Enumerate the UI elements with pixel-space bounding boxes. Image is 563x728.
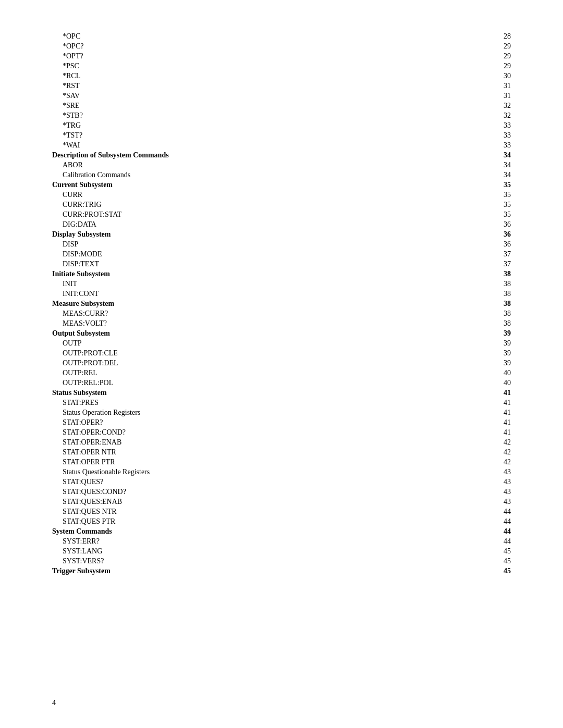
toc-page: 38 bbox=[442, 269, 511, 279]
toc-page: 42 bbox=[442, 457, 511, 467]
toc-row: DISP:MODE37 bbox=[52, 249, 511, 259]
toc-page: 38 bbox=[442, 318, 511, 328]
toc-page: 30 bbox=[442, 71, 511, 81]
toc-page: 29 bbox=[442, 61, 511, 71]
toc-page: 37 bbox=[442, 249, 511, 259]
toc-row: *WAI33 bbox=[52, 140, 511, 150]
toc-label: OUTP:REL bbox=[52, 368, 442, 378]
toc-label: CURR bbox=[52, 190, 442, 200]
toc-label: STAT:OPER:COND? bbox=[52, 427, 442, 437]
toc-row: DISP36 bbox=[52, 239, 511, 249]
toc-row: *SRE32 bbox=[52, 101, 511, 110]
toc-label: STAT:QUES NTR bbox=[52, 507, 442, 516]
toc-page: 38 bbox=[442, 299, 511, 309]
toc-page: 33 bbox=[442, 140, 511, 150]
toc-label: Output Subsystem bbox=[52, 328, 442, 338]
toc-page: 38 bbox=[442, 279, 511, 289]
toc-row: Status Operation Registers41 bbox=[52, 408, 511, 417]
toc-label: System Commands bbox=[52, 526, 442, 536]
toc-row: Calibration Commands34 bbox=[52, 170, 511, 180]
toc-label: DISP:TEXT bbox=[52, 259, 442, 269]
toc-page: 39 bbox=[442, 338, 511, 348]
toc-page: 44 bbox=[442, 507, 511, 516]
toc-page: 36 bbox=[442, 219, 511, 229]
toc-row: STAT:OPER:ENAB42 bbox=[52, 437, 511, 447]
toc-page: 45 bbox=[442, 556, 511, 566]
toc-label: SYST:LANG bbox=[52, 546, 442, 556]
toc-label: SYST:ERR? bbox=[52, 536, 442, 546]
toc-row: *PSC29 bbox=[52, 61, 511, 71]
toc-row: Status Questionable Registers43 bbox=[52, 467, 511, 477]
toc-label: OUTP bbox=[52, 338, 442, 348]
toc-row: OUTP:PROT:CLE39 bbox=[52, 348, 511, 358]
toc-row: *OPC?29 bbox=[52, 41, 511, 51]
toc-row: Trigger Subsystem45 bbox=[52, 566, 511, 576]
toc-row: STAT:OPER:COND?41 bbox=[52, 427, 511, 437]
toc-page: 35 bbox=[442, 200, 511, 209]
toc-row: STAT:OPER NTR42 bbox=[52, 447, 511, 457]
toc-row: Current Subsystem35 bbox=[52, 180, 511, 190]
toc-page: 39 bbox=[442, 358, 511, 368]
page-number: 4 bbox=[52, 699, 56, 707]
toc-page: 34 bbox=[442, 160, 511, 170]
toc-label: CURR:PROT:STAT bbox=[52, 209, 442, 219]
toc-page: 29 bbox=[442, 41, 511, 51]
toc-page: 41 bbox=[442, 408, 511, 417]
toc-label: STAT:OPER PTR bbox=[52, 457, 442, 467]
toc-page: 32 bbox=[442, 101, 511, 110]
toc-page: 45 bbox=[442, 546, 511, 556]
toc-label: *OPC bbox=[52, 31, 442, 41]
toc-label: *WAI bbox=[52, 140, 442, 150]
toc-row: Initiate Subsystem38 bbox=[52, 269, 511, 279]
toc-label: STAT:OPER NTR bbox=[52, 447, 442, 457]
toc-row: STAT:OPER PTR42 bbox=[52, 457, 511, 467]
toc-page: 41 bbox=[442, 388, 511, 398]
toc-row: OUTP:PROT:DEL39 bbox=[52, 358, 511, 368]
toc-page: 44 bbox=[442, 516, 511, 526]
toc-label: *SRE bbox=[52, 101, 442, 110]
toc-page: 41 bbox=[442, 417, 511, 427]
toc-label: SYST:VERS? bbox=[52, 556, 442, 566]
toc-label: DIG:DATA bbox=[52, 219, 442, 229]
toc-row: OUTP39 bbox=[52, 338, 511, 348]
toc-page: 36 bbox=[442, 229, 511, 239]
toc-page: 39 bbox=[442, 348, 511, 358]
toc-label: Trigger Subsystem bbox=[52, 566, 442, 576]
toc-page: 44 bbox=[442, 536, 511, 546]
toc-page: 37 bbox=[442, 259, 511, 269]
toc-page: 40 bbox=[442, 368, 511, 378]
toc-page: 33 bbox=[442, 130, 511, 140]
toc-label: STAT:OPER:ENAB bbox=[52, 437, 442, 447]
toc-label: DISP bbox=[52, 239, 442, 249]
toc-row: SYST:LANG45 bbox=[52, 546, 511, 556]
toc-label: Display Subsystem bbox=[52, 229, 442, 239]
toc-page: 31 bbox=[442, 91, 511, 101]
toc-row: *TRG33 bbox=[52, 120, 511, 130]
toc-label: Description of Subsystem Commands bbox=[52, 150, 442, 160]
toc-page: 43 bbox=[442, 487, 511, 497]
toc-page: 43 bbox=[442, 467, 511, 477]
toc-page: 45 bbox=[442, 566, 511, 576]
toc-row: Measure Subsystem38 bbox=[52, 299, 511, 309]
toc-label: *OPC? bbox=[52, 41, 442, 51]
toc-row: Description of Subsystem Commands34 bbox=[52, 150, 511, 160]
toc-label: *TST? bbox=[52, 130, 442, 140]
toc-label: *RST bbox=[52, 81, 442, 91]
toc-row: Display Subsystem36 bbox=[52, 229, 511, 239]
toc-page: 35 bbox=[442, 209, 511, 219]
toc-row: DIG:DATA36 bbox=[52, 219, 511, 229]
toc-row: *RCL30 bbox=[52, 71, 511, 81]
toc-row: *RST31 bbox=[52, 81, 511, 91]
toc-page: 35 bbox=[442, 180, 511, 190]
toc-row: INIT38 bbox=[52, 279, 511, 289]
toc-row: DISP:TEXT37 bbox=[52, 259, 511, 269]
toc-label: INIT:CONT bbox=[52, 289, 442, 299]
toc-row: *OPC28 bbox=[52, 31, 511, 41]
toc-row: Status Subsystem41 bbox=[52, 388, 511, 398]
toc-label: OUTP:PROT:CLE bbox=[52, 348, 442, 358]
toc-label: Status Subsystem bbox=[52, 388, 442, 398]
toc-row: STAT:PRES41 bbox=[52, 398, 511, 408]
toc-row: Output Subsystem39 bbox=[52, 328, 511, 338]
toc-label: MEAS:CURR? bbox=[52, 309, 442, 318]
toc-page: 32 bbox=[442, 110, 511, 120]
